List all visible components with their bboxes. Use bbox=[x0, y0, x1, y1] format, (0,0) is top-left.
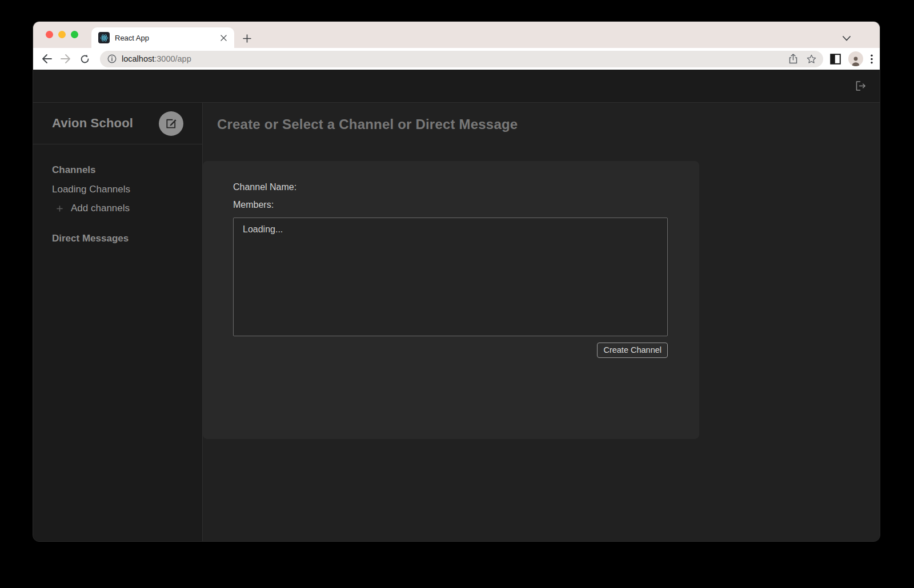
browser-menu-icon[interactable] bbox=[871, 54, 873, 64]
reload-icon[interactable] bbox=[77, 51, 93, 67]
new-tab-button[interactable] bbox=[240, 31, 254, 45]
sidebar: Avion School Channels Loading Channels bbox=[33, 103, 203, 541]
forward-icon[interactable] bbox=[58, 51, 74, 67]
tab-close-icon[interactable] bbox=[218, 33, 228, 43]
tab-strip: React App bbox=[33, 22, 880, 48]
omnibox-actions bbox=[789, 54, 816, 64]
workspace-header: Avion School bbox=[33, 103, 202, 144]
tab-title: React App bbox=[115, 34, 218, 42]
direct-messages-header: Direct Messages bbox=[52, 233, 191, 244]
tab-search-chevron-icon[interactable] bbox=[840, 31, 853, 45]
compose-button[interactable] bbox=[159, 111, 183, 136]
channels-header: Channels bbox=[52, 164, 191, 176]
app-body: Avion School Channels Loading Channels bbox=[33, 103, 880, 541]
react-logo-icon bbox=[98, 32, 110, 43]
main-panel: Create or Select a Channel or Direct Mes… bbox=[203, 103, 880, 541]
browser-toolbar: localhost:3000/app bbox=[33, 48, 880, 70]
channels-loading-text: Loading Channels bbox=[52, 184, 191, 195]
minimize-window-button[interactable] bbox=[58, 31, 66, 38]
url-path: :3000/app bbox=[154, 54, 191, 63]
members-input[interactable]: Loading... bbox=[233, 218, 668, 336]
plus-icon bbox=[53, 206, 66, 212]
close-window-button[interactable] bbox=[46, 31, 53, 38]
app-top-bar bbox=[33, 70, 880, 103]
members-label: Members: bbox=[233, 200, 668, 210]
page-title: Create or Select a Channel or Direct Mes… bbox=[217, 116, 880, 132]
window-controls bbox=[46, 31, 78, 38]
toolbar-right bbox=[830, 51, 873, 66]
add-channels-label: Add channels bbox=[71, 203, 130, 214]
button-row: Create Channel bbox=[233, 343, 668, 358]
compose-pencil-icon bbox=[165, 118, 177, 130]
create-channel-button[interactable]: Create Channel bbox=[597, 343, 668, 358]
url-host: localhost bbox=[122, 54, 154, 63]
back-icon[interactable] bbox=[39, 51, 55, 67]
site-info-icon[interactable] bbox=[107, 54, 117, 63]
profile-avatar[interactable] bbox=[848, 51, 863, 66]
url-text: localhost:3000/app bbox=[122, 54, 783, 63]
address-bar[interactable]: localhost:3000/app bbox=[100, 51, 823, 67]
bookmark-star-icon[interactable] bbox=[807, 54, 816, 64]
app-viewport: Avion School Channels Loading Channels bbox=[33, 70, 880, 541]
maximize-window-button[interactable] bbox=[71, 31, 78, 38]
create-channel-card: Channel Name: Members: Loading... Create… bbox=[203, 161, 699, 439]
side-panel-icon[interactable] bbox=[830, 54, 841, 65]
workspace-title: Avion School bbox=[52, 116, 133, 131]
channel-name-label: Channel Name: bbox=[233, 182, 668, 192]
share-icon[interactable] bbox=[789, 54, 797, 64]
sidebar-nav: Channels Loading Channels Add channels D… bbox=[33, 144, 202, 244]
add-channels-button[interactable]: Add channels bbox=[52, 203, 191, 214]
browser-window: React App bbox=[33, 22, 880, 541]
tab-react-app[interactable]: React App bbox=[91, 27, 234, 48]
logout-icon[interactable] bbox=[856, 81, 866, 91]
